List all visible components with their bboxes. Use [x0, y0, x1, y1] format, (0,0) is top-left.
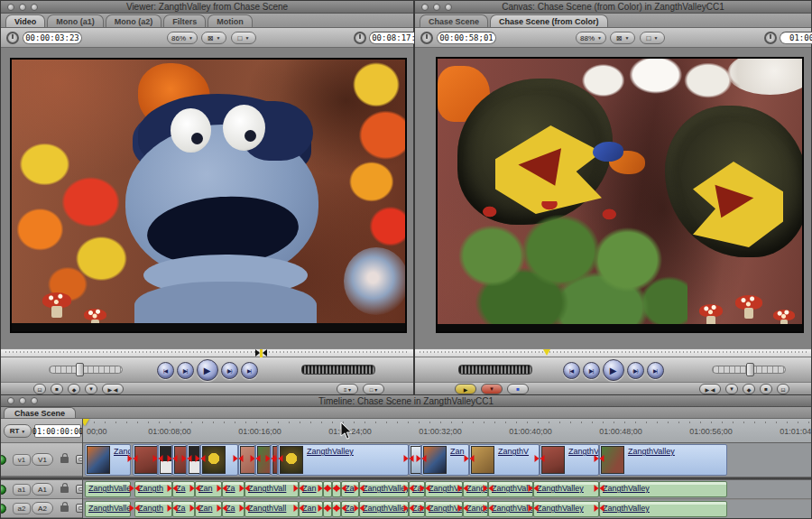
- source-track-a1[interactable]: a1: [13, 484, 31, 496]
- timeline-ruler[interactable]: 00;0001:00:08;0001:00:16;0001:00:24;0001…: [83, 419, 811, 443]
- video-clip[interactable]: Zan: [421, 444, 469, 476]
- viewer-shuttle-control[interactable]: [49, 366, 123, 374]
- mark-clip-button[interactable]: ■: [760, 384, 772, 394]
- audio-clip[interactable]: ZangthValley: [488, 501, 533, 517]
- track-visibility-toggle[interactable]: [1, 455, 6, 465]
- audio-clip[interactable]: ZangthVall: [245, 501, 299, 517]
- tab-filters[interactable]: Filters: [163, 14, 206, 27]
- mark-in-out-button[interactable]: ▶ ◀: [102, 384, 124, 394]
- minimize-button[interactable]: [19, 397, 26, 404]
- canvas-scrubber-bar[interactable]: [415, 348, 811, 357]
- viewer-playhead[interactable]: [255, 349, 267, 357]
- timeline-current-timecode[interactable]: 01:00:00:00: [34, 424, 81, 438]
- destination-track-A2[interactable]: A2: [32, 502, 53, 514]
- match-frame-button[interactable]: ⊡: [777, 384, 789, 394]
- auto-select-icon[interactable]: [76, 504, 82, 513]
- recent-clips-popup[interactable]: ≡ ▾: [337, 384, 358, 394]
- canvas-current-timecode[interactable]: 01:00:2: [780, 32, 812, 44]
- audio-clip[interactable]: ZangthValley: [85, 501, 131, 517]
- close-button[interactable]: [7, 397, 14, 404]
- auto-select-icon[interactable]: [76, 485, 82, 494]
- video-track-v1[interactable]: ZangZaZangthValleyZanZangthVZangthValZan…: [83, 443, 811, 477]
- viewer-video-image[interactable]: [10, 58, 407, 333]
- video-clip[interactable]: ZangthV: [469, 444, 540, 476]
- tab-mono-a2[interactable]: Mono (a2): [106, 14, 162, 27]
- lock-track-icon[interactable]: [60, 505, 69, 512]
- viewer-image-wireframe-popup[interactable]: ⊠▼: [201, 32, 226, 44]
- minimize-button[interactable]: [433, 4, 440, 11]
- canvas-jog-control[interactable]: [458, 365, 532, 375]
- viewer-zoom-popup[interactable]: 86%▼: [167, 32, 198, 44]
- close-button[interactable]: [421, 4, 429, 11]
- source-track-v1[interactable]: v1: [13, 454, 31, 466]
- viewer-titlebar[interactable]: Viewer: ZangthValley from Chase Scene: [1, 1, 413, 14]
- audio-clip[interactable]: ZangthValley: [359, 481, 409, 497]
- audio-clip[interactable]: ZangthValley: [533, 481, 599, 497]
- shuttle-handle[interactable]: [746, 363, 754, 376]
- match-frame-button[interactable]: ⊡: [33, 384, 46, 394]
- generator-popup[interactable]: □ ▾: [363, 384, 384, 394]
- play-button[interactable]: ▶: [197, 359, 218, 381]
- canvas-zoom-popup[interactable]: 88%▼: [576, 32, 606, 44]
- shuttle-handle[interactable]: [76, 363, 84, 376]
- next-edit-button[interactable]: ▶|: [241, 362, 258, 379]
- source-track-a2[interactable]: a2: [13, 503, 31, 514]
- add-keyframe-button[interactable]: ◆: [743, 384, 755, 394]
- lock-track-icon[interactable]: [60, 457, 69, 463]
- canvas-titlebar[interactable]: Canvas: Chase Scene (from Color) in Zang…: [415, 1, 811, 14]
- previous-edit-button[interactable]: |◀: [563, 362, 580, 379]
- viewer-duration-timecode[interactable]: 00:00:03:23: [23, 32, 82, 44]
- track-visibility-toggle[interactable]: [1, 485, 6, 495]
- minimize-button[interactable]: [19, 4, 26, 11]
- zoom-button[interactable]: [31, 397, 38, 404]
- canvas-video-image[interactable]: [436, 57, 804, 333]
- lock-track-icon[interactable]: [60, 487, 69, 493]
- overwrite-button[interactable]: ▼: [481, 384, 503, 394]
- close-button[interactable]: [7, 4, 14, 11]
- zoom-button[interactable]: [31, 4, 38, 11]
- audio-clip[interactable]: ZangthValley: [359, 501, 409, 517]
- audio-clip[interactable]: ZangthValley: [488, 481, 533, 497]
- audio-clip[interactable]: ZangthValley: [85, 481, 131, 497]
- zoom-button[interactable]: [445, 4, 452, 11]
- audio-clip[interactable]: ZangthValley: [599, 481, 727, 497]
- play-around-button[interactable]: (▶): [627, 362, 644, 379]
- video-clip[interactable]: ZangthValley: [599, 444, 727, 476]
- audio-clip[interactable]: ZangthValley: [599, 501, 727, 517]
- add-marker-button[interactable]: ▼: [725, 384, 738, 394]
- tab-chase-scene[interactable]: Chase Scene: [4, 407, 76, 418]
- play-around-button[interactable]: (▶): [221, 362, 238, 379]
- tab-chase-scene[interactable]: Chase Scene: [420, 14, 488, 27]
- play-button[interactable]: ▶: [603, 359, 624, 381]
- canvas-playhead[interactable]: [543, 349, 550, 356]
- auto-select-icon[interactable]: [76, 455, 82, 464]
- timeline-playhead[interactable]: [83, 419, 89, 426]
- viewer-jog-control[interactable]: [301, 365, 375, 375]
- canvas-view-popup[interactable]: □▼: [640, 32, 665, 44]
- tab-motion[interactable]: Motion: [208, 14, 253, 27]
- timeline-titlebar[interactable]: Timeline: Chase Scene in ZangthValleyCC1: [1, 395, 811, 407]
- canvas-image-wireframe-popup[interactable]: ⊠▼: [610, 32, 635, 44]
- tab-video[interactable]: Video: [5, 14, 45, 27]
- tab-chase-scene-from-color[interactable]: Chase Scene (from Color): [490, 14, 608, 27]
- viewer-scrubber-bar[interactable]: [1, 348, 413, 357]
- replace-button[interactable]: ■: [507, 384, 529, 394]
- next-edit-button[interactable]: ▶|: [647, 362, 664, 379]
- viewer-view-popup[interactable]: □▼: [231, 32, 256, 44]
- mark-clip-button[interactable]: ■: [51, 384, 63, 394]
- previous-edit-button[interactable]: |◀: [157, 362, 174, 379]
- play-in-to-out-button[interactable]: [▶]: [583, 362, 600, 379]
- destination-track-A1[interactable]: A1: [32, 483, 53, 496]
- audio-track-a1[interactable]: ZangthValleyZangthZaZanZaZangthVallZanZa…: [83, 480, 811, 499]
- destination-track-V1[interactable]: V1: [32, 453, 53, 466]
- audio-track-a2[interactable]: ZangthValleyZangthZaZanZaZangthVallZanZa…: [83, 500, 811, 518]
- add-marker-button[interactable]: ▼: [85, 384, 97, 394]
- canvas-duration-timecode[interactable]: 00:00:58;01: [437, 32, 496, 44]
- audio-clip[interactable]: ZangthVall: [245, 481, 299, 497]
- audio-clip[interactable]: ZangthValley: [533, 501, 599, 517]
- insert-button[interactable]: ▶: [455, 384, 476, 394]
- rt-popup[interactable]: RT▼: [4, 424, 32, 438]
- mark-in-out-button[interactable]: ▶ ◀: [699, 384, 721, 394]
- video-clip[interactable]: Zang: [85, 444, 131, 476]
- canvas-shuttle-control[interactable]: [712, 366, 786, 374]
